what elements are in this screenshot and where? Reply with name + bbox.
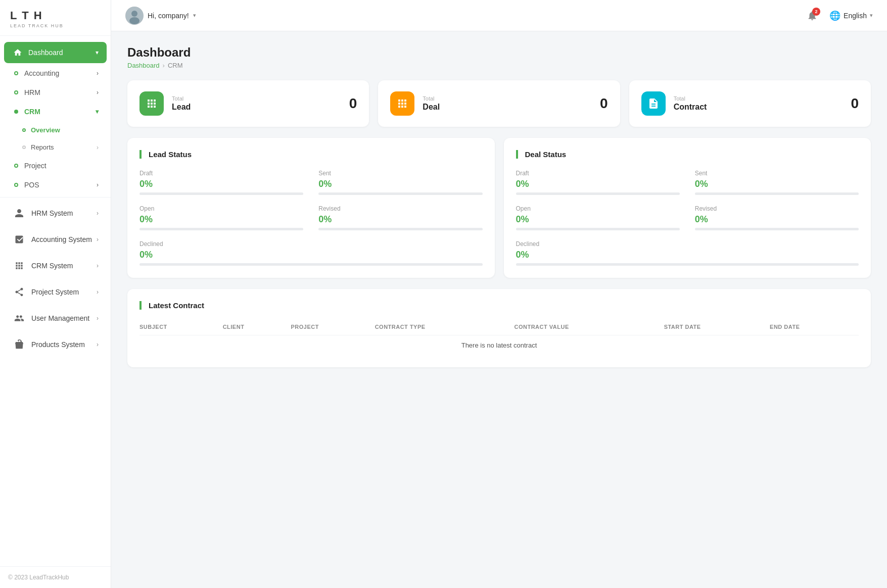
sidebar-item-hrm[interactable]: HRM › xyxy=(4,83,107,102)
lead-sent-label: Sent xyxy=(318,170,482,177)
sidebar-label-crm-system: CRM System xyxy=(31,262,73,270)
stat-value-contract: 0 xyxy=(851,95,859,112)
language-selector[interactable]: 🌐 English ▾ xyxy=(829,10,873,21)
sidebar-item-dashboard[interactable]: Dashboard ▾ xyxy=(4,42,107,63)
header-user[interactable]: Hi, company! ▾ xyxy=(125,7,196,25)
sidebar-label-accounting: Accounting xyxy=(24,69,59,77)
deal-icon xyxy=(390,91,414,116)
sidebar-item-user-management[interactable]: User Management › xyxy=(4,306,107,331)
sidebar-item-project[interactable]: Project xyxy=(4,157,107,175)
sidebar-label-pos: POS xyxy=(24,181,39,189)
sidebar-label-reports: Reports xyxy=(31,143,54,151)
deal-sent-bar xyxy=(695,192,859,195)
stat-card-left: Total Lead xyxy=(139,91,191,116)
stat-labels-contract: Total Contract xyxy=(674,95,707,112)
lead-status-card: Lead Status Draft 0% Sent 0% xyxy=(127,138,495,278)
sidebar-item-overview[interactable]: Overview xyxy=(4,122,107,138)
sidebar-item-crm[interactable]: CRM ▾ xyxy=(4,103,107,121)
contract-icon xyxy=(641,91,666,116)
lead-draft-value: 0% xyxy=(139,179,303,189)
deal-status-draft: Draft 0% xyxy=(516,170,680,195)
col-project: PROJECT xyxy=(291,319,375,335)
stat-label-main-deal: Deal xyxy=(423,103,440,112)
sidebar-item-crm-system[interactable]: CRM System › xyxy=(4,253,107,278)
sidebar-item-products-system[interactable]: Products System › xyxy=(4,332,107,357)
project-icon xyxy=(12,285,26,299)
deal-open-value: 0% xyxy=(516,214,680,225)
sidebar-label-project: Project xyxy=(24,162,46,170)
stat-labels-lead: Total Lead xyxy=(172,95,191,112)
deal-status-title: Deal Status xyxy=(516,150,859,159)
accounting-icon xyxy=(12,232,26,247)
chevron-right-icon: › xyxy=(97,341,99,348)
lead-sent-value: 0% xyxy=(318,179,482,189)
breadcrumb-separator: › xyxy=(163,62,165,69)
deal-status-open: Open 0% xyxy=(516,205,680,230)
deal-status-declined: Declined 0% xyxy=(516,240,859,266)
users-icon xyxy=(12,311,26,325)
breadcrumb-root[interactable]: Dashboard xyxy=(127,62,160,69)
lead-open-value: 0% xyxy=(139,214,303,225)
notification-button[interactable]: 2 xyxy=(804,8,820,24)
products-icon xyxy=(12,337,26,352)
col-start-date: START DATE xyxy=(664,319,770,335)
chevron-right-icon: › xyxy=(97,210,99,217)
deal-revised-label: Revised xyxy=(695,205,859,212)
col-contract-value: CONTRACT VALUE xyxy=(514,319,664,335)
latest-contract-title: Latest Contract xyxy=(139,301,859,310)
deal-status-grid: Draft 0% Sent 0% Open 0% xyxy=(516,170,859,266)
status-row: Lead Status Draft 0% Sent 0% xyxy=(127,138,871,278)
lead-revised-bar xyxy=(318,228,482,230)
sidebar-item-project-system[interactable]: Project System › xyxy=(4,279,107,305)
sidebar-item-accounting[interactable]: Accounting › xyxy=(4,64,107,82)
lead-status-open: Open 0% xyxy=(139,205,303,230)
lead-status-sent: Sent 0% xyxy=(318,170,482,195)
sidebar-item-pos[interactable]: POS › xyxy=(4,176,107,194)
sidebar-nav: Dashboard ▾ Accounting › HRM › CRM ▾ Ove… xyxy=(0,36,111,566)
header-right: 2 🌐 English ▾ xyxy=(804,8,873,24)
chevron-down-icon: ▾ xyxy=(96,108,99,115)
deal-sent-value: 0% xyxy=(695,179,859,189)
deal-status-card: Deal Status Draft 0% Sent 0% xyxy=(504,138,871,278)
stat-value-deal: 0 xyxy=(600,95,608,112)
main-content: Hi, company! ▾ 2 🌐 English ▾ Dashboard D… xyxy=(111,0,887,588)
dot-overview xyxy=(22,128,26,132)
username-label: Hi, company! xyxy=(148,12,189,20)
deal-revised-bar xyxy=(695,228,859,230)
svg-point-1 xyxy=(131,11,137,17)
chevron-right-icon: › xyxy=(97,89,99,96)
sidebar: L T H LEAD TRACK HUB Dashboard ▾ Account… xyxy=(0,0,111,588)
deal-draft-label: Draft xyxy=(516,170,680,177)
sidebar-item-reports[interactable]: Reports › xyxy=(4,139,107,156)
deal-declined-value: 0% xyxy=(516,250,859,260)
col-subject: SUBJECT xyxy=(139,319,223,335)
lead-status-draft: Draft 0% xyxy=(139,170,303,195)
user-chevron-icon: ▾ xyxy=(193,12,196,19)
home-icon xyxy=(12,47,23,58)
stat-card-deal: Total Deal 0 xyxy=(378,80,620,127)
col-contract-type: CONTRACT TYPE xyxy=(375,319,515,335)
lead-draft-label: Draft xyxy=(139,170,303,177)
col-client: CLIENT xyxy=(223,319,291,335)
deal-declined-bar xyxy=(516,263,859,266)
person-icon xyxy=(12,206,26,220)
deal-draft-value: 0% xyxy=(516,179,680,189)
breadcrumb: Dashboard › CRM xyxy=(127,62,871,69)
lead-icon xyxy=(139,91,164,116)
sidebar-label-project-system: Project System xyxy=(31,288,79,296)
dot-accounting xyxy=(14,71,18,75)
globe-icon: 🌐 xyxy=(829,10,841,21)
lead-status-grid: Draft 0% Sent 0% Open 0% xyxy=(139,170,483,266)
chevron-down-icon: ▾ xyxy=(96,49,99,56)
sidebar-item-hrm-system[interactable]: HRM System › xyxy=(4,201,107,226)
header: Hi, company! ▾ 2 🌐 English ▾ xyxy=(111,0,887,31)
deal-status-revised: Revised 0% xyxy=(695,205,859,230)
lead-declined-bar xyxy=(139,263,483,266)
sidebar-item-accounting-system[interactable]: Accounting System › xyxy=(4,227,107,252)
footer-text: © 2023 LeadTrackHub xyxy=(8,574,69,581)
lead-open-bar xyxy=(139,228,303,230)
stat-card-left-deal: Total Deal xyxy=(390,91,440,116)
stat-card-contract: Total Contract 0 xyxy=(629,80,871,127)
sidebar-footer: © 2023 LeadTrackHub xyxy=(0,566,111,588)
dot-reports xyxy=(22,145,26,149)
